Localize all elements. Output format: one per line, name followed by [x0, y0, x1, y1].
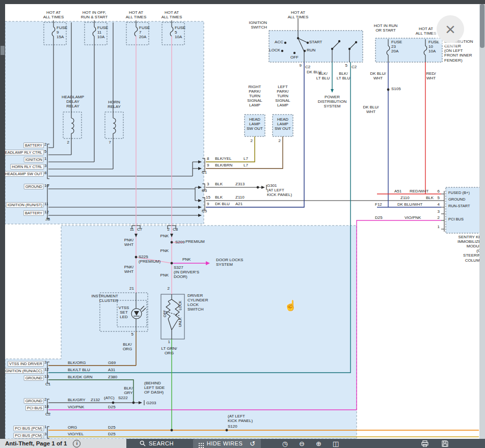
page-title: Anti-Theft, Page 1 of 1: [5, 440, 67, 446]
vertical-scrollbar-thumb[interactable]: [480, 4, 484, 48]
zoom-out-icon[interactable]: ⊖: [299, 440, 305, 447]
headlamp-sw-out-box-right: [245, 115, 265, 136]
wire-dk-blu-wht: [377, 62, 441, 207]
close-icon: ×: [445, 20, 455, 38]
component-boxes-filled: [245, 31, 485, 233]
wire-red-wht: [377, 62, 441, 194]
history-icon[interactable]: ◷: [282, 440, 288, 447]
save-icon[interactable]: [442, 440, 448, 447]
hide-wires-button[interactable]: HIDE WIRES ↺: [193, 439, 261, 448]
search-icon: [140, 440, 146, 446]
left-chrome-handle[interactable]: [1, 46, 5, 55]
left-panel: [5, 21, 204, 224]
close-button[interactable]: ×: [437, 15, 464, 43]
undo-icon: ↺: [250, 440, 255, 447]
center-panel: [5, 226, 357, 439]
ignition-switch-box: [269, 31, 363, 62]
wire-blk-brn: [206, 136, 283, 169]
zoom-in-icon[interactable]: ⊕: [316, 440, 321, 447]
wire-blk-yel: [206, 136, 255, 162]
wires-grid-icon: [199, 443, 200, 444]
bottom-toolbar: Anti-Theft, Page 1 of 1 i SEARCH HIDE WI…: [0, 439, 485, 448]
left-chrome: [0, 4, 5, 439]
top-chrome: [0, 0, 485, 4]
page-indicator-segment: Anti-Theft, Page 1 of 1 i: [0, 439, 126, 448]
search-label: SEARCH: [149, 440, 174, 446]
window-icon[interactable]: ◫: [333, 440, 339, 447]
toolbar-right-group: [421, 440, 448, 447]
vertical-scrollbar[interactable]: [479, 4, 485, 439]
app-window: HOT AT ALL TIMESHOT IN OFF, RUN & STARTH…: [0, 0, 485, 448]
headlamp-sw-out-box-left: [273, 115, 293, 136]
power-distribution-arrow: [331, 89, 334, 93]
toolbar-icon-group: ◷ ⊖ ⊕ ◫: [282, 440, 339, 447]
power-distribution-center-box: [375, 38, 442, 62]
wiring-diagram: [0, 0, 485, 448]
vtss-led-symbol: [131, 309, 142, 319]
cursor-hand-icon: ☝: [284, 299, 297, 312]
hide-wires-label: HIDE WIRES: [207, 440, 242, 446]
info-icon[interactable]: i: [73, 440, 80, 447]
print-icon[interactable]: [421, 440, 428, 447]
search-button[interactable]: SEARCH: [136, 439, 178, 448]
